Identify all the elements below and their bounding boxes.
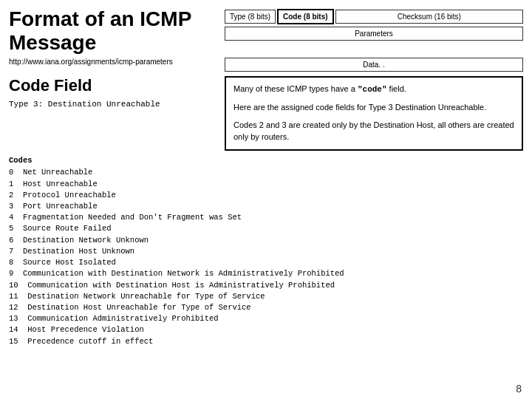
code-item-8: 8 Source Host Isolated <box>9 257 523 268</box>
params-cell: Parameters <box>225 27 523 41</box>
code-item-6: 6 Destination Network Unknown <box>9 235 523 246</box>
code-item-13: 13 Communication Administratively Prohib… <box>9 313 523 324</box>
title-text: Format of an ICMP Message <box>9 7 216 55</box>
code-field-heading: Code Field <box>9 76 216 95</box>
code-item-7: 7 Destination Host Unknown <box>9 246 523 257</box>
code-item-3: 3 Port Unreachable <box>9 201 523 212</box>
slide-title: Format of an ICMP Message <box>9 7 216 55</box>
diagram-params-row: Parameters <box>225 27 523 41</box>
code-cell: Code (8 bits) <box>277 9 334 24</box>
code-item-0: 0 Net Unreachable <box>9 167 523 178</box>
code-item-11: 11 Destination Network Unreachable for T… <box>9 291 523 302</box>
explanation-para1: Many of these ICMP types have a "code" f… <box>233 83 514 96</box>
diagram-header-row: Type (8 bits) Code (8 bits) Checksum (16… <box>225 9 523 24</box>
explanation-box: Many of these ICMP types have a "code" f… <box>225 76 523 151</box>
checksum-cell: Checksum (16 bits) <box>335 10 523 24</box>
code-item-9: 9 Communication with Destination Network… <box>9 268 523 279</box>
explanation-para3: Codes 2 and 3 are created only by the De… <box>233 120 514 143</box>
code-item-10: 10 Communication with Destination Host i… <box>9 280 523 291</box>
code-item-5: 5 Source Route Failed <box>9 223 523 234</box>
type-cell: Type (8 bits) <box>225 10 276 24</box>
code-item-1: 1 Host Unreachable <box>9 179 523 190</box>
code-item-12: 12 Destination Host Unreachable for Type… <box>9 302 523 313</box>
icmp-format-diagram: Type (8 bits) Code (8 bits) Checksum (16… <box>225 7 523 41</box>
code-item-15: 15 Precedence cutoff in effect <box>9 336 523 347</box>
code-item-14: 14 Host Precedence Violation <box>9 324 523 335</box>
code-item-2: 2 Protocol Unreachable <box>9 190 523 201</box>
page-number: 8 <box>516 383 522 395</box>
codes-list: Codes 0 Net Unreachable 1 Host Unreachab… <box>9 155 523 393</box>
type3-label: Type 3: Destination Unreachable <box>9 100 216 109</box>
code-item-4: 4 Fragmentation Needed and Don't Fragmen… <box>9 212 523 223</box>
codes-header: Codes <box>9 155 523 166</box>
url-label: http://www.iana.org/assignments/icmp-par… <box>9 58 216 67</box>
explanation-para2: Here are the assigned code fields for Ty… <box>233 102 514 114</box>
data-cell: Data. . <box>225 58 523 72</box>
